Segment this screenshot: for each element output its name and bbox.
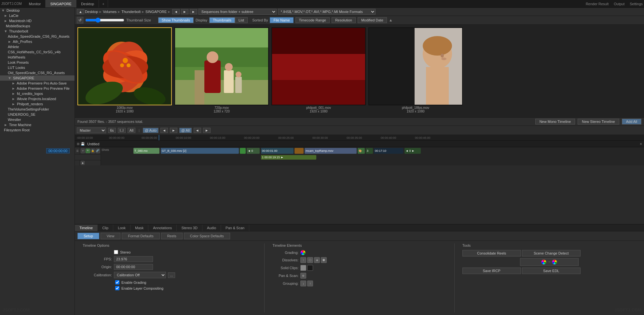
sort-timecode-btn[interactable]: Timecode Range bbox=[295, 17, 330, 23]
save-ircp-btn[interactable]: Save IRCP bbox=[462, 268, 521, 274]
tree-item-desktop[interactable]: ▼ Desktop bbox=[0, 8, 75, 13]
thumbnail-img-wrap-4[interactable] bbox=[368, 27, 463, 105]
tab-stereo3d[interactable]: Stereo 3D bbox=[177, 225, 202, 231]
tree-item-old-sg[interactable]: Old_SpeedGrade_CS6_RG_Assets bbox=[0, 70, 75, 75]
solid-icon-2[interactable] bbox=[307, 265, 313, 271]
tree-item-ath[interactable]: ► Ath_ProRes bbox=[0, 39, 75, 44]
breadcrumb-volumes[interactable]: Volumes bbox=[103, 10, 116, 14]
tab-desktop[interactable]: Desktop bbox=[76, 0, 99, 7]
thumbnail-img-wrap-3[interactable] bbox=[271, 27, 366, 105]
show-thumbnails-btn[interactable]: Show Thumbnails bbox=[158, 17, 194, 23]
stereo-checkbox[interactable] bbox=[114, 250, 118, 254]
new-stereo-timeline-btn[interactable]: New Stereo Timeline bbox=[578, 119, 619, 125]
tab-annotations[interactable]: Annotations bbox=[148, 225, 177, 231]
dissolve-icon-2[interactable]: ⬡ bbox=[307, 257, 313, 263]
dissolve-icon-3[interactable]: ◈ bbox=[314, 257, 320, 263]
dissolve-icon-1[interactable]: ↑ bbox=[300, 257, 306, 263]
thumbnail-img-wrap-2[interactable] bbox=[174, 27, 269, 105]
thumbnail-item-philpott001[interactable]: philpott_001.mov 1920 x 1080 bbox=[271, 27, 366, 115]
sort-date-btn[interactable]: Modified Date bbox=[358, 17, 387, 23]
clip-nav1[interactable]: ◄ 0 bbox=[247, 148, 260, 154]
tree-item-athlete[interactable]: Athlete bbox=[0, 44, 75, 49]
setup-tab-colorspace[interactable]: Color Space Defaults bbox=[184, 233, 230, 239]
all-tracks-btn[interactable]: @ All bbox=[179, 128, 192, 133]
master-select[interactable]: Master bbox=[77, 127, 106, 133]
render-result-link[interactable]: Render Result bbox=[586, 2, 609, 6]
enable-compositing-checkbox[interactable] bbox=[115, 286, 119, 290]
thumbnail-item-philpott18fps[interactable]: philpott_18fps.mov 1920 x 1080 bbox=[368, 27, 463, 115]
thumbnail-item-1080p[interactable]: 1080p.mov 1920 x 1080 bbox=[77, 27, 172, 115]
thumbnail-item-720p[interactable]: 720p.mov 1280 x 720 bbox=[174, 27, 269, 115]
thumbnail-size-slider[interactable] bbox=[85, 18, 124, 23]
track-icon-lock[interactable]: 🔒 bbox=[91, 149, 95, 153]
track-icon-link[interactable]: 🔗 bbox=[96, 149, 100, 153]
list-view-btn[interactable]: List bbox=[235, 17, 248, 23]
save-edl-btn[interactable]: Save EDL bbox=[522, 268, 581, 274]
tree-item-volume-settings[interactable]: TheVolumeSettingsFolder bbox=[0, 107, 75, 112]
timeline-close-btn[interactable]: × bbox=[640, 142, 642, 146]
tab-singapore[interactable]: SINGAPORE bbox=[46, 0, 76, 7]
timecode-l-btn[interactable]: I..I bbox=[118, 128, 126, 133]
clip-color-indicator[interactable]: 🎨 bbox=[358, 148, 365, 154]
sequence-filter-select[interactable]: Sequences from folder + subtree bbox=[199, 9, 277, 15]
sort-filename-btn[interactable]: File Name bbox=[270, 17, 293, 23]
timecode-all-btn[interactable]: All bbox=[128, 128, 135, 133]
setup-tab-reels[interactable]: Reels bbox=[161, 233, 183, 239]
nav-back-btn[interactable]: ▲ bbox=[77, 9, 84, 14]
add-all-btn[interactable]: Add All bbox=[622, 119, 641, 125]
timecode-6s-btn[interactable]: 6s bbox=[108, 128, 116, 133]
tree-item-auto-save[interactable]: ► Adobe Premiere Pro Auto-Save bbox=[0, 81, 75, 86]
clip-t080[interactable]: T_080.mo bbox=[133, 148, 159, 154]
refresh-btn[interactable]: ↺ bbox=[77, 17, 83, 23]
calibration-select[interactable]: Calibration Off bbox=[114, 272, 166, 278]
track-icon-v[interactable]: V bbox=[81, 149, 85, 153]
tree-item-imovie[interactable]: ► iMovie Projects.localized bbox=[0, 96, 75, 101]
thumbnail-img-wrap-1[interactable] bbox=[77, 27, 172, 105]
auto-btn[interactable]: @ Auto bbox=[143, 128, 158, 133]
prev-cut-btn[interactable]: ◄ bbox=[194, 128, 201, 133]
tree-item-hotwheels[interactable]: HotWheels bbox=[0, 55, 75, 60]
settings-link[interactable]: Settings bbox=[630, 2, 643, 6]
nav-arrow-left[interactable]: ◄ bbox=[172, 9, 180, 14]
next-frame-btn[interactable]: ► bbox=[170, 128, 177, 133]
setup-tab-format[interactable]: Format Defaults bbox=[122, 233, 159, 239]
new-mono-timeline-btn[interactable]: New Mono Timeline bbox=[535, 119, 575, 125]
breadcrumb-desktop[interactable]: Desktop bbox=[85, 10, 98, 14]
solid-icon-1[interactable] bbox=[300, 265, 306, 271]
nav-arrow-up[interactable]: ► bbox=[190, 9, 197, 14]
setup-tab-setup[interactable]: Setup bbox=[77, 233, 99, 239]
tree-item-underdog[interactable]: UNDERDOG_SE bbox=[0, 112, 75, 117]
setup-tab-view[interactable]: View bbox=[101, 233, 121, 239]
tree-item-filesystem-root[interactable]: Filesystem Root bbox=[0, 127, 75, 133]
tree-item-lut-looks[interactable]: LUT Looks bbox=[0, 65, 75, 70]
tab-audio[interactable]: Audio bbox=[202, 225, 221, 231]
tree-item-hotwheels-cc[interactable]: CS6_HotWheels_CC_forSG_v4b bbox=[0, 49, 75, 55]
tab-look[interactable]: Look bbox=[113, 225, 130, 231]
tab-monitor[interactable]: Monitor bbox=[24, 0, 46, 7]
breadcrumb-thunderbolt[interactable]: Thunderbolt bbox=[121, 10, 141, 14]
clip-nav2[interactable]: ◄ 0 ► bbox=[404, 148, 421, 154]
tree-item-look-presets[interactable]: Look Presets bbox=[0, 60, 75, 65]
scene-change-detect-btn[interactable]: Scene Change Detect bbox=[522, 250, 581, 256]
nav-arrow-right[interactable]: ► bbox=[181, 9, 188, 14]
timeline-ctrl-icon2[interactable]: 💾 bbox=[81, 142, 85, 146]
enable-grading-checkbox[interactable] bbox=[115, 280, 119, 284]
tab-panscan[interactable]: Pan & Scan bbox=[221, 225, 249, 231]
clip-time2[interactable]: 00:17:10 bbox=[374, 148, 403, 154]
dissolve-icon-4[interactable]: ⬢ bbox=[321, 257, 327, 263]
thumbnails-view-btn[interactable]: Thumbnails bbox=[209, 17, 235, 23]
tree-item-wrestler[interactable]: Wrestler bbox=[0, 117, 75, 122]
clip-badge[interactable]: 3 bbox=[366, 148, 373, 154]
consolidate-reels-btn[interactable]: Consolidate Reels bbox=[462, 250, 521, 256]
timeline-ctrl-icon1[interactable]: ⊞ bbox=[77, 142, 79, 146]
grouping-icon-2[interactable]: ↑ bbox=[307, 281, 313, 286]
marker-icon[interactable]: ◆ bbox=[81, 161, 85, 165]
format-filter-select[interactable]: *.IHS$,*.MOV,*.OT,*.AVI,*.MPG,*.MI Movie… bbox=[278, 9, 376, 15]
tab-clip[interactable]: Clip bbox=[98, 225, 113, 231]
clip-orange1[interactable] bbox=[295, 148, 304, 154]
sort-resolution-btn[interactable]: Resolution bbox=[332, 17, 356, 23]
grouping-icon-1[interactable]: ↓ bbox=[300, 281, 306, 286]
tree-item-lacie[interactable]: ► LaCie bbox=[0, 13, 75, 18]
tree-item-singapore[interactable]: ▼ SINGAPORE bbox=[0, 75, 75, 81]
tab-new[interactable]: + bbox=[99, 0, 108, 7]
